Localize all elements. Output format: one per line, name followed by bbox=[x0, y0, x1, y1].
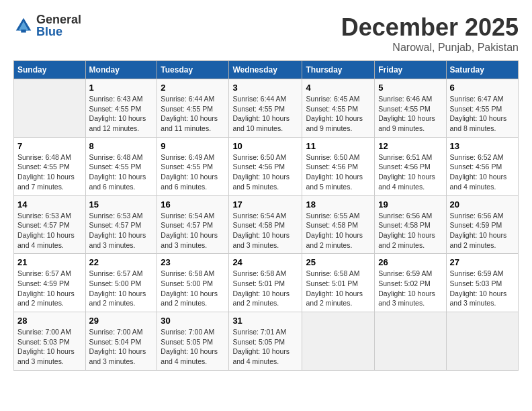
day-number: 19 bbox=[378, 199, 442, 210]
day-info: Sunrise: 6:48 AM Sunset: 4:55 PM Dayligh… bbox=[17, 153, 75, 191]
day-number: 13 bbox=[450, 141, 515, 151]
day-info: Sunrise: 6:59 AM Sunset: 5:02 PM Dayligh… bbox=[378, 269, 435, 307]
day-number: 9 bbox=[161, 141, 225, 151]
day-info: Sunrise: 6:50 AM Sunset: 4:56 PM Dayligh… bbox=[232, 153, 290, 191]
day-cell bbox=[375, 312, 446, 371]
logo-icon bbox=[13, 15, 34, 36]
day-cell: 27Sunrise: 6:59 AM Sunset: 5:03 PM Dayli… bbox=[446, 254, 519, 312]
day-info: Sunrise: 6:56 AM Sunset: 4:59 PM Dayligh… bbox=[450, 212, 507, 249]
logo-blue: Blue bbox=[36, 26, 81, 38]
day-cell: 14Sunrise: 6:53 AM Sunset: 4:57 PM Dayli… bbox=[14, 195, 86, 254]
header-cell-thursday: Thursday bbox=[302, 61, 375, 79]
day-number: 27 bbox=[450, 257, 515, 267]
day-number: 16 bbox=[161, 199, 225, 210]
day-cell: 30Sunrise: 7:00 AM Sunset: 5:05 PM Dayli… bbox=[157, 312, 229, 371]
logo-general: General bbox=[36, 13, 81, 26]
day-cell: 15Sunrise: 6:53 AM Sunset: 4:57 PM Dayli… bbox=[85, 195, 157, 254]
day-number: 28 bbox=[17, 316, 82, 326]
day-info: Sunrise: 7:01 AM Sunset: 5:05 PM Dayligh… bbox=[232, 328, 290, 365]
day-cell: 4Sunrise: 6:45 AM Sunset: 4:55 PM Daylig… bbox=[302, 79, 375, 138]
header-cell-wednesday: Wednesday bbox=[229, 61, 302, 79]
day-number: 10 bbox=[232, 141, 298, 151]
header-cell-monday: Monday bbox=[85, 61, 157, 79]
day-info: Sunrise: 6:58 AM Sunset: 5:01 PM Dayligh… bbox=[232, 269, 290, 307]
day-number: 11 bbox=[306, 141, 371, 151]
day-cell: 7Sunrise: 6:48 AM Sunset: 4:55 PM Daylig… bbox=[14, 137, 86, 195]
day-info: Sunrise: 7:00 AM Sunset: 5:05 PM Dayligh… bbox=[161, 328, 218, 365]
day-cell: 28Sunrise: 7:00 AM Sunset: 5:03 PM Dayli… bbox=[14, 312, 86, 371]
day-cell: 17Sunrise: 6:54 AM Sunset: 4:58 PM Dayli… bbox=[229, 195, 302, 254]
day-cell: 20Sunrise: 6:56 AM Sunset: 4:59 PM Dayli… bbox=[446, 195, 519, 254]
day-number: 23 bbox=[161, 257, 225, 267]
day-number: 5 bbox=[378, 83, 442, 93]
day-cell: 18Sunrise: 6:55 AM Sunset: 4:58 PM Dayli… bbox=[302, 195, 375, 254]
day-info: Sunrise: 6:51 AM Sunset: 4:56 PM Dayligh… bbox=[378, 153, 435, 191]
day-info: Sunrise: 6:52 AM Sunset: 4:56 PM Dayligh… bbox=[450, 153, 507, 191]
week-row-4: 21Sunrise: 6:57 AM Sunset: 4:59 PM Dayli… bbox=[14, 254, 519, 312]
day-info: Sunrise: 6:43 AM Sunset: 4:55 PM Dayligh… bbox=[89, 95, 146, 132]
day-number: 24 bbox=[232, 257, 298, 267]
day-info: Sunrise: 6:50 AM Sunset: 4:56 PM Dayligh… bbox=[306, 153, 363, 191]
day-cell: 8Sunrise: 6:48 AM Sunset: 4:55 PM Daylig… bbox=[85, 137, 157, 195]
title-block: December 2025 Narowal, Punjab, Pakistan bbox=[341, 13, 519, 54]
day-cell: 6Sunrise: 6:47 AM Sunset: 4:55 PM Daylig… bbox=[446, 79, 519, 138]
day-cell: 3Sunrise: 6:44 AM Sunset: 4:55 PM Daylig… bbox=[229, 79, 302, 138]
day-cell: 2Sunrise: 6:44 AM Sunset: 4:55 PM Daylig… bbox=[157, 79, 229, 138]
header-cell-tuesday: Tuesday bbox=[157, 61, 229, 79]
header-cell-sunday: Sunday bbox=[14, 61, 86, 79]
day-number: 31 bbox=[232, 316, 298, 326]
day-cell bbox=[446, 312, 519, 371]
day-cell: 25Sunrise: 6:58 AM Sunset: 5:01 PM Dayli… bbox=[302, 254, 375, 312]
logo-text: General Blue bbox=[36, 13, 81, 38]
week-row-3: 14Sunrise: 6:53 AM Sunset: 4:57 PM Dayli… bbox=[14, 195, 519, 254]
day-cell bbox=[14, 79, 86, 138]
day-cell: 23Sunrise: 6:58 AM Sunset: 5:00 PM Dayli… bbox=[157, 254, 229, 312]
day-number: 14 bbox=[17, 199, 82, 210]
week-row-5: 28Sunrise: 7:00 AM Sunset: 5:03 PM Dayli… bbox=[14, 312, 519, 371]
day-cell: 26Sunrise: 6:59 AM Sunset: 5:02 PM Dayli… bbox=[375, 254, 446, 312]
day-info: Sunrise: 6:59 AM Sunset: 5:03 PM Dayligh… bbox=[450, 269, 507, 307]
day-info: Sunrise: 6:47 AM Sunset: 4:55 PM Dayligh… bbox=[450, 95, 507, 132]
day-cell: 22Sunrise: 6:57 AM Sunset: 5:00 PM Dayli… bbox=[85, 254, 157, 312]
month-title: December 2025 bbox=[341, 13, 519, 42]
calendar-table: SundayMondayTuesdayWednesdayThursdayFrid… bbox=[13, 60, 519, 371]
day-number: 18 bbox=[306, 199, 371, 210]
svg-rect-2 bbox=[21, 30, 26, 33]
day-number: 29 bbox=[89, 316, 154, 326]
location-subtitle: Narowal, Punjab, Pakistan bbox=[341, 42, 519, 54]
day-info: Sunrise: 6:53 AM Sunset: 4:57 PM Dayligh… bbox=[89, 212, 146, 249]
day-cell: 19Sunrise: 6:56 AM Sunset: 4:58 PM Dayli… bbox=[375, 195, 446, 254]
day-info: Sunrise: 6:54 AM Sunset: 4:57 PM Dayligh… bbox=[161, 212, 218, 249]
day-cell: 12Sunrise: 6:51 AM Sunset: 4:56 PM Dayli… bbox=[375, 137, 446, 195]
day-number: 25 bbox=[306, 257, 371, 267]
day-number: 22 bbox=[89, 257, 154, 267]
day-info: Sunrise: 6:46 AM Sunset: 4:55 PM Dayligh… bbox=[378, 95, 435, 132]
day-cell bbox=[302, 312, 375, 371]
day-cell: 24Sunrise: 6:58 AM Sunset: 5:01 PM Dayli… bbox=[229, 254, 302, 312]
day-cell: 9Sunrise: 6:49 AM Sunset: 4:55 PM Daylig… bbox=[157, 137, 229, 195]
day-number: 17 bbox=[232, 199, 298, 210]
day-number: 7 bbox=[17, 141, 82, 151]
day-cell: 11Sunrise: 6:50 AM Sunset: 4:56 PM Dayli… bbox=[302, 137, 375, 195]
day-number: 1 bbox=[89, 83, 154, 93]
header-cell-saturday: Saturday bbox=[446, 61, 519, 79]
day-number: 21 bbox=[17, 257, 82, 267]
page-header: General Blue December 2025 Narowal, Punj… bbox=[13, 13, 519, 54]
day-info: Sunrise: 6:57 AM Sunset: 4:59 PM Dayligh… bbox=[17, 269, 75, 307]
day-info: Sunrise: 7:00 AM Sunset: 5:03 PM Dayligh… bbox=[17, 328, 75, 365]
day-info: Sunrise: 6:49 AM Sunset: 4:55 PM Dayligh… bbox=[161, 153, 218, 191]
day-number: 2 bbox=[161, 83, 225, 93]
day-cell: 1Sunrise: 6:43 AM Sunset: 4:55 PM Daylig… bbox=[85, 79, 157, 138]
day-number: 3 bbox=[232, 83, 298, 93]
day-cell: 5Sunrise: 6:46 AM Sunset: 4:55 PM Daylig… bbox=[375, 79, 446, 138]
header-row: SundayMondayTuesdayWednesdayThursdayFrid… bbox=[14, 61, 519, 79]
week-row-1: 1Sunrise: 6:43 AM Sunset: 4:55 PM Daylig… bbox=[14, 79, 519, 138]
day-info: Sunrise: 6:44 AM Sunset: 4:55 PM Dayligh… bbox=[161, 95, 218, 132]
day-info: Sunrise: 7:00 AM Sunset: 5:04 PM Dayligh… bbox=[89, 328, 146, 365]
day-info: Sunrise: 6:55 AM Sunset: 4:58 PM Dayligh… bbox=[306, 212, 363, 249]
day-number: 20 bbox=[450, 199, 515, 210]
week-row-2: 7Sunrise: 6:48 AM Sunset: 4:55 PM Daylig… bbox=[14, 137, 519, 195]
day-cell: 21Sunrise: 6:57 AM Sunset: 4:59 PM Dayli… bbox=[14, 254, 86, 312]
day-info: Sunrise: 6:53 AM Sunset: 4:57 PM Dayligh… bbox=[17, 212, 75, 249]
day-info: Sunrise: 6:44 AM Sunset: 4:55 PM Dayligh… bbox=[232, 95, 290, 132]
